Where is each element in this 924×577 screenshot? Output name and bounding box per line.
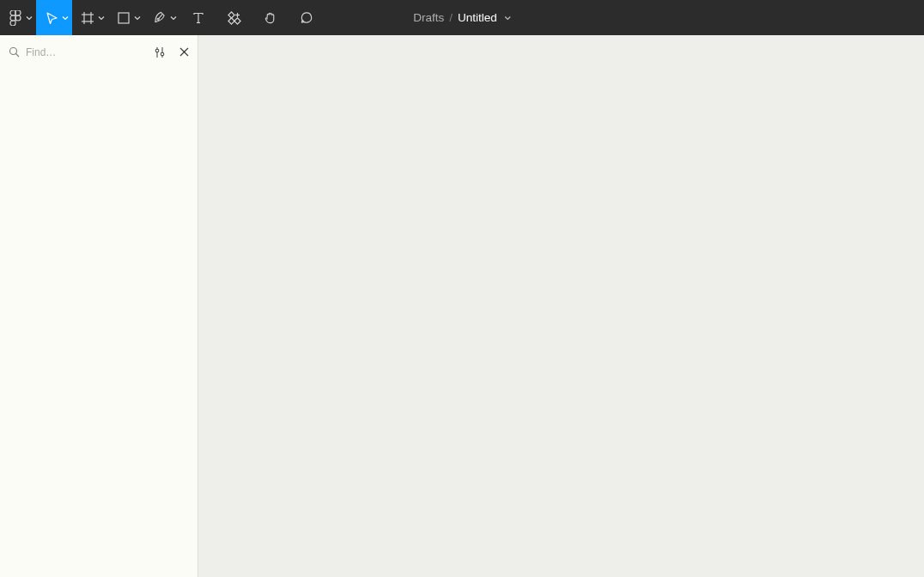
text-icon <box>191 11 205 25</box>
cursor-icon <box>45 11 58 25</box>
svg-point-18 <box>155 49 159 52</box>
breadcrumb: Drafts / Untitled <box>413 11 511 24</box>
hand-tool-button[interactable] <box>252 0 289 35</box>
comment-icon <box>300 11 313 25</box>
move-tool-button[interactable] <box>36 0 72 35</box>
pen-tool-button[interactable] <box>144 0 180 35</box>
frame-tool-button[interactable] <box>72 0 108 35</box>
pen-icon <box>153 11 167 25</box>
main-toolbar: Drafts / Untitled <box>0 0 924 35</box>
search-input[interactable] <box>26 46 153 58</box>
breadcrumb-separator: / <box>449 11 453 24</box>
rectangle-icon <box>117 11 131 25</box>
search-bar <box>0 35 198 70</box>
chevron-down-icon <box>26 15 33 21</box>
search-icon <box>7 46 21 59</box>
resources-icon <box>228 11 241 25</box>
close-search-button[interactable] <box>177 46 191 59</box>
comment-tool-button[interactable] <box>289 0 325 35</box>
content-area <box>0 35 924 577</box>
document-title[interactable]: Untitled <box>458 11 497 24</box>
chevron-down-icon <box>98 15 105 21</box>
svg-rect-11 <box>228 17 234 23</box>
frame-icon <box>81 11 94 25</box>
left-sidebar <box>0 35 198 577</box>
breadcrumb-drafts-link[interactable]: Drafts <box>413 11 444 24</box>
toolbar-left-group <box>0 0 325 35</box>
svg-point-20 <box>161 52 164 56</box>
svg-point-15 <box>9 48 16 55</box>
svg-rect-5 <box>119 13 129 23</box>
chevron-down-icon <box>62 15 69 21</box>
text-tool-button[interactable] <box>180 0 216 35</box>
main-menu-button[interactable] <box>0 0 36 35</box>
svg-rect-10 <box>228 11 234 17</box>
shape-tool-button[interactable] <box>108 0 144 35</box>
chevron-down-icon <box>134 15 141 21</box>
svg-line-16 <box>15 54 19 58</box>
figma-logo-icon <box>9 11 22 25</box>
svg-rect-12 <box>234 17 240 23</box>
document-menu-chevron[interactable] <box>504 15 511 21</box>
resources-tool-button[interactable] <box>216 0 252 35</box>
canvas[interactable] <box>198 35 924 577</box>
search-actions <box>153 46 191 59</box>
svg-point-0 <box>15 15 21 21</box>
filter-settings-button[interactable] <box>153 46 167 59</box>
chevron-down-icon <box>170 15 177 21</box>
hand-icon <box>264 11 277 25</box>
